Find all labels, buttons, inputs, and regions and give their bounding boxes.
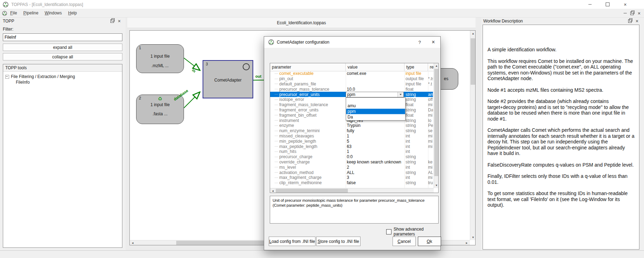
table-hscrollbar[interactable]: ◄	[270, 188, 434, 193]
filter-input[interactable]	[3, 33, 122, 41]
col-value[interactable]: value	[346, 63, 404, 71]
value-combobox[interactable]: ppm	[346, 92, 404, 97]
scroll-right-icon[interactable]: ►	[464, 240, 470, 245]
row-max_peptide_length[interactable]: max_peptide_length63intmi	[270, 144, 433, 149]
scroll-up-icon[interactable]: ▲	[470, 31, 476, 36]
toppas-window: TOPPAS - [Ecoli_Identification.toppas] ×…	[0, 0, 644, 258]
table-scroll-down-icon[interactable]: ▼	[434, 183, 439, 188]
show-advanced-label: Show advanced parameters	[394, 227, 440, 237]
menu-file[interactable]: File	[7, 9, 20, 17]
row-pin_out[interactable]: pin_outoutput file*.ts	[270, 76, 433, 82]
checkbox-icon[interactable]	[386, 229, 391, 234]
vscroll-thumb[interactable]	[471, 38, 476, 85]
row-max_fragment_charge[interactable]: max_fragment_charge3intmi	[270, 175, 433, 180]
table-vscrollbar[interactable]: ▲ ▼	[434, 63, 439, 188]
edge-label-in: in	[191, 68, 197, 73]
parameter-rows: comet_executablecomet.exeinput file pin_…	[270, 71, 433, 186]
mdi-restore-icon	[630, 12, 634, 15]
mdi-minimize-button[interactable]	[621, 10, 629, 17]
dropdown-option-empty[interactable]	[346, 98, 405, 103]
tree-group-file-filtering[interactable]: File Filtering / Extraction / Merging	[3, 74, 122, 79]
edge-database[interactable]	[184, 92, 199, 108]
row-missed_cleavages[interactable]: missed_cleavages1intmi	[270, 134, 433, 139]
dropdown-option-ppm[interactable]: ppm	[346, 109, 405, 114]
ok-button[interactable]: Ok	[418, 237, 441, 246]
topp-panel-title: TOPP	[3, 19, 14, 24]
dialog-help-button[interactable]: ?	[413, 37, 426, 48]
close-button[interactable]: ×	[617, 0, 633, 9]
row-activation_method[interactable]: activation_methodALLstringAL	[270, 170, 433, 175]
menu-pipeline[interactable]: Pipeline	[20, 9, 42, 17]
topp-panel-close-button[interactable]: ×	[116, 18, 123, 24]
row-num_enzyme_termini[interactable]: num_enzyme_terminifullystringse	[270, 128, 433, 134]
units-dropdown-popup[interactable]: amu ppm Da	[346, 97, 406, 121]
description-paragraph: Node #2 provides the database (which alr…	[487, 98, 636, 122]
table-scroll-up-icon[interactable]: ▲	[434, 63, 439, 69]
col-res[interactable]: res	[428, 63, 434, 71]
mdi-minimize-icon	[624, 13, 627, 13]
table-header: parameter value type res	[270, 63, 438, 71]
workflow-description-text[interactable]: A simple identification workflow. This w…	[483, 25, 639, 250]
row-default_params_file[interactable]: default_params_fileinput file*.t	[270, 82, 433, 87]
description-paragraph: A simple identification workflow.	[487, 47, 636, 53]
row-enzyme[interactable]: enzymeTrypsinstringPe	[270, 123, 433, 128]
float-icon	[110, 19, 114, 23]
workflow-tab[interactable]: Ecoli_Identification.toppas	[127, 18, 476, 28]
row-clip_nterm_methionine[interactable]: clip_nterm_methioninefalsestringtru	[270, 180, 433, 186]
collapse-all-button[interactable]: collapse all	[3, 53, 122, 60]
workflow-description-header: Workflow Description ×	[481, 18, 644, 25]
description-paragraph: To get some statistics about the resulti…	[487, 191, 636, 208]
menu-windows[interactable]: Windows	[42, 9, 65, 17]
col-parameter[interactable]: parameter	[270, 63, 346, 71]
dialog-close-button[interactable]: ×	[426, 37, 440, 48]
dropdown-option-amu[interactable]: amu	[346, 103, 405, 109]
topp-panel-float-button[interactable]	[109, 18, 116, 24]
parameter-table[interactable]: parameter value type res comet_executabl…	[270, 63, 439, 193]
cancel-button[interactable]: Cancel	[393, 237, 416, 246]
dialog-app-icon	[268, 39, 274, 45]
menu-app-icon	[2, 11, 7, 16]
edge-label-out: out	[255, 74, 261, 78]
topp-panel-header: TOPP ×	[0, 18, 126, 25]
row-min_peptide_length[interactable]: min_peptide_length5intmi	[270, 138, 433, 144]
menu-help[interactable]: Help	[65, 9, 80, 17]
store-config-button[interactable]: Store config to .INI file	[316, 237, 361, 246]
row-num_hits[interactable]: num_hits1int	[270, 149, 433, 154]
table-vscroll-thumb[interactable]	[434, 69, 439, 176]
close-icon: ×	[636, 19, 638, 24]
dropdown-option-da[interactable]: Da	[346, 114, 405, 120]
table-scroll-left-icon[interactable]: ◄	[270, 188, 275, 193]
workflow-description-title: Workflow Description	[483, 19, 523, 24]
mdi-restore-button[interactable]	[629, 10, 636, 17]
scroll-down-icon[interactable]: ▼	[470, 234, 476, 240]
mdi-close-button[interactable]: ×	[636, 10, 643, 17]
dialog-title-bar: CometAdapter configuration ? ×	[264, 37, 440, 48]
col-type[interactable]: type	[404, 63, 428, 71]
description-paragraph: Finally, IDFilter selects only those IDs…	[487, 173, 636, 185]
description-float-button[interactable]	[626, 18, 633, 24]
edge-in[interactable]	[184, 58, 199, 70]
scroll-left-icon[interactable]: ◄	[130, 240, 135, 245]
row-comet_executable[interactable]: comet_executablecomet.exeinput file	[270, 71, 433, 76]
tree-item-fileinfo[interactable]: FileInfo	[3, 79, 122, 85]
maximize-button[interactable]	[600, 0, 616, 9]
combobox-dropdown-button[interactable]	[397, 92, 403, 97]
title-bar: TOPPAS - [Ecoli_Identification.toppas] ×	[0, 0, 644, 9]
minimize-button[interactable]	[582, 0, 598, 9]
row-override_charge[interactable]: override_chargekeep known search unknown…	[270, 160, 433, 165]
row-precursor_error_units[interactable]: precursor_error_units ppm stringam	[270, 92, 433, 97]
row-precursor_mass_tolerance[interactable]: precursor_mass_tolerance10.0float	[270, 86, 433, 92]
combobox-value: ppm	[346, 92, 397, 97]
row-precursor_charge[interactable]: precursor_charge0:0string	[270, 154, 433, 160]
app-icon	[3, 2, 8, 7]
workflow-tab-title: Ecoli_Identification.toppas	[277, 20, 326, 25]
table-hscroll-thumb[interactable]	[276, 189, 348, 193]
collapse-expander-icon[interactable]	[5, 75, 9, 79]
canvas-vscrollbar[interactable]: ▲ ▼	[470, 31, 476, 240]
show-advanced-checkbox-row[interactable]: Show advanced parameters	[386, 227, 440, 237]
row-ms_level[interactable]: ms_level2intmi	[270, 165, 433, 170]
load-config-button[interactable]: Load config from .INI file	[269, 237, 315, 246]
description-close-button[interactable]: ×	[633, 18, 640, 24]
expand-all-button[interactable]: expand all	[3, 44, 122, 51]
dialog-title: CometAdapter configuration	[277, 40, 329, 45]
